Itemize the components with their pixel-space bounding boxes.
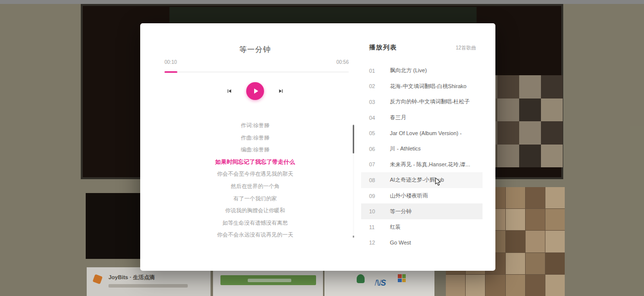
lyric-line: 作词:徐誉滕	[156, 119, 354, 132]
playlist-item[interactable]: 06 川 - Athletics	[361, 141, 483, 157]
playlist-item[interactable]: 09 山外小楼夜听雨	[361, 188, 483, 204]
playlist-item-number: 09	[369, 193, 382, 199]
progress-bar[interactable]	[164, 71, 349, 73]
mouse-cursor	[435, 177, 442, 186]
playlist-item-number: 04	[369, 115, 382, 121]
playlist-item-number: 10	[369, 208, 382, 214]
playlist-item-title: 反方向的钟-中文填词翻唱-杜松子	[390, 98, 470, 105]
playlist-item[interactable]: 01 飘向北方 (Live)	[361, 63, 483, 79]
skip-previous-icon	[226, 88, 233, 95]
elapsed-time: 00:10	[164, 59, 177, 65]
playlist-item-number: 01	[369, 68, 382, 74]
lyric-line: 编曲:徐誉滕	[156, 144, 354, 156]
lyric-line: 有了一个我们的家	[156, 193, 354, 205]
playlist-item[interactable]: 03 反方向的钟-中文填词翻唱-杜松子	[361, 94, 483, 110]
player-controls	[140, 82, 370, 100]
playlist-item[interactable]: 10 等一分钟	[361, 203, 483, 219]
lyrics-panel[interactable]: 作词:徐誉滕 作曲:徐誉滕 编曲:徐誉滕 如果时间忘记了我忘了带走什么 你会不会…	[156, 119, 354, 241]
playlist-item-number: 06	[369, 146, 382, 152]
duration-time: 00:56	[336, 59, 349, 65]
lyric-line: 然后在世界的一个角	[156, 180, 354, 193]
skip-next-icon	[277, 88, 284, 95]
playlist-item-title: Jar Of Love (Album Version) -	[390, 130, 462, 136]
playlist-item-number: 02	[369, 83, 382, 89]
playlist-item[interactable]: 02 花海-中文填词翻唱-白桃Shirako	[361, 79, 483, 95]
playlist-item-title: 飘向北方 (Live)	[390, 67, 427, 74]
playlist-item[interactable]: 07 未来再见 - 陈真,Hanser,花玲,谭...	[361, 157, 483, 173]
lyric-line: 你会不会至今停在遇见我的那天	[156, 168, 354, 180]
lyrics-scrollbar-thumb[interactable]	[353, 125, 354, 153]
time-row: 00:10 00:56	[164, 59, 349, 65]
playlist-item-title: 川 - Athletics	[390, 145, 421, 152]
playlist-item-title: 春三月	[390, 114, 406, 121]
previous-track-button[interactable]	[225, 87, 233, 95]
lyrics-scrollbar-end	[353, 236, 354, 238]
playlist-item[interactable]: 11 红装	[361, 219, 483, 235]
playlist-title: 播放列表	[369, 43, 397, 52]
play-icon	[251, 87, 260, 96]
lyric-line: 你会不会永远没有说再见的一天	[156, 229, 354, 241]
playlist-item-number: 12	[369, 240, 382, 246]
playlist-count: 12首歌曲	[456, 45, 476, 51]
playlist-item-number: 11	[369, 224, 382, 230]
playlist-item-number: 03	[369, 99, 382, 105]
lyric-line: 如果时间忘记了我忘了带走什么	[156, 156, 354, 168]
music-player-modal: 等一分钟 00:10 00:56 作词:徐誉滕 作曲:徐誉滕 编曲:徐誉滕 如果…	[140, 23, 495, 271]
playlist-item-title: 红装	[390, 223, 401, 231]
playlist-item[interactable]: 05 Jar Of Love (Album Version) -	[361, 125, 483, 141]
playlist-item[interactable]: 08 AI之奇迹之梦-小辉pub	[361, 172, 483, 188]
playlist-item-number: 07	[369, 161, 382, 167]
lyrics-scrollbar[interactable]	[353, 124, 354, 239]
playlist-item-title: 花海-中文填词翻唱-白桃Shirako	[390, 83, 467, 90]
next-track-button[interactable]	[277, 87, 285, 95]
playlist-item-title: 未来再见 - 陈真,Hanser,花玲,谭...	[390, 161, 470, 168]
song-title: 等一分钟	[140, 45, 370, 54]
playlist-item-title: 山外小楼夜听雨	[390, 192, 428, 199]
playlist-header: 播放列表 12首歌曲	[369, 43, 476, 52]
play-button[interactable]	[246, 82, 264, 100]
progress-fill	[164, 71, 177, 73]
playlist-item[interactable]: 04 春三月	[361, 110, 483, 126]
playlist: 01 飘向北方 (Live) 02 花海-中文填词翻唱-白桃Shirako 03…	[361, 63, 483, 250]
lyric-line: 你说我的胸膛会让你暖和	[156, 204, 354, 217]
lyric-line: 作曲:徐誉滕	[156, 132, 354, 144]
playlist-item[interactable]: 12 Go West	[361, 235, 483, 251]
playlist-item-number: 05	[369, 130, 382, 136]
playlist-item-number: 08	[369, 177, 382, 183]
playlist-item-title: Go West	[390, 240, 411, 246]
playlist-item-title: 等一分钟	[390, 208, 412, 215]
lyric-line: 如等生命没有遗憾没有离愁	[156, 217, 354, 229]
